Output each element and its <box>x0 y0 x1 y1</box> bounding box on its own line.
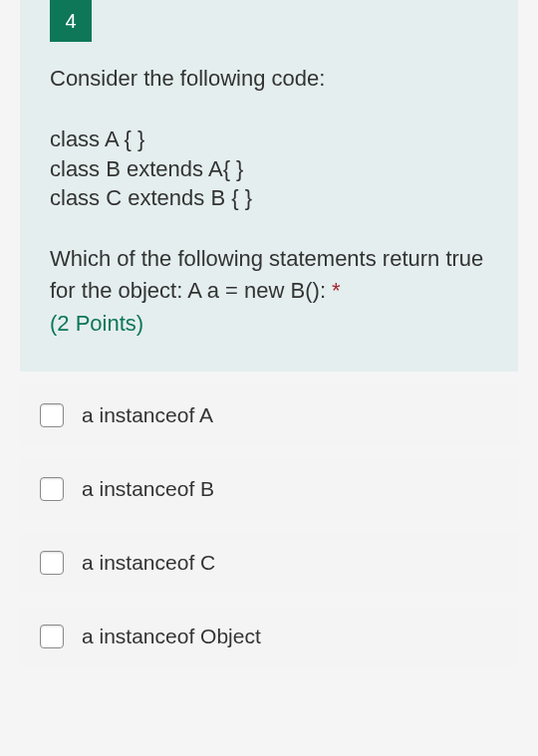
option-label: a instanceof A <box>82 403 213 427</box>
checkbox-icon[interactable] <box>40 403 64 427</box>
code-block: class A { } class B extends A{ } class C… <box>50 125 488 213</box>
option-label: a instanceof C <box>82 551 215 575</box>
option-label: a instanceof Object <box>82 625 261 648</box>
question-card: 4 Consider the following code: class A {… <box>20 0 518 372</box>
option-d[interactable]: a instanceof Object <box>20 607 518 666</box>
option-label: a instanceof B <box>82 477 214 501</box>
option-a[interactable]: a instanceof A <box>20 385 518 445</box>
checkbox-icon[interactable] <box>40 477 64 501</box>
options-list: a instanceof A a instanceof B a instance… <box>20 385 518 666</box>
question-follow-text: Which of the following statements return… <box>50 243 488 307</box>
question-number-badge: 4 <box>50 0 92 42</box>
checkbox-icon[interactable] <box>40 551 64 575</box>
question-prompt: Consider the following code: <box>50 62 488 95</box>
code-line: class A { } <box>50 125 488 154</box>
option-c[interactable]: a instanceof C <box>20 533 518 593</box>
points-label: (2 Points) <box>50 311 488 337</box>
option-b[interactable]: a instanceof B <box>20 459 518 519</box>
follow-text-content: Which of the following statements return… <box>50 246 483 303</box>
question-number-text: 4 <box>65 10 76 33</box>
required-marker: * <box>332 278 341 303</box>
code-line: class B extends A{ } <box>50 154 488 184</box>
code-line: class C extends B { } <box>50 183 488 213</box>
checkbox-icon[interactable] <box>40 625 64 648</box>
